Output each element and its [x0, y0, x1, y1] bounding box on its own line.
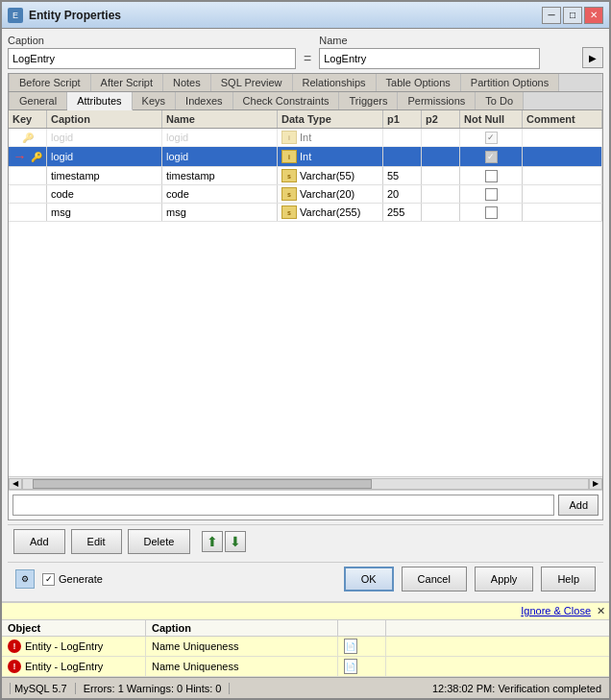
name-cell: timestamp: [162, 167, 278, 184]
notnull-checkbox[interactable]: [485, 188, 498, 201]
key-cell: 🔑: [9, 129, 47, 146]
col-key: Key: [9, 110, 47, 128]
tab-after-script[interactable]: After Script: [91, 74, 163, 91]
scroll-right-btn[interactable]: ▶: [589, 478, 602, 490]
table-body: 🔑 logid logid i Int: [9, 129, 602, 476]
notnull-checkbox[interactable]: [485, 206, 498, 219]
ok-button[interactable]: OK: [344, 567, 394, 591]
name-group: Name: [319, 35, 574, 69]
tab-check-constraints[interactable]: Check Constraints: [233, 92, 340, 109]
table-row[interactable]: 🔑 logid logid i Int: [9, 129, 602, 147]
tab-partition-options[interactable]: Partition Options: [461, 74, 559, 91]
caption-cell: msg: [47, 204, 162, 221]
equals-sign: =: [304, 51, 311, 66]
col-p1: p1: [383, 110, 422, 128]
table-row[interactable]: → 🔑 logid logid i Int: [9, 147, 602, 167]
name-input[interactable]: [319, 48, 540, 69]
tab-sql-preview[interactable]: SQL Preview: [211, 74, 293, 91]
actions-row: Add Edit Delete ⬆ ⬇: [8, 524, 603, 558]
col-caption: Caption: [47, 110, 162, 128]
error-icon: !: [8, 640, 21, 653]
error-object-cell: ! Entity - LogEntry: [2, 637, 146, 656]
tab-permissions[interactable]: Permissions: [398, 92, 476, 109]
page-icon: 📄: [344, 659, 357, 674]
type-icon: s: [281, 169, 297, 182]
p2-cell: [422, 129, 460, 146]
datatype-cell: i Int: [278, 129, 383, 146]
scroll-left-btn[interactable]: ◀: [9, 478, 22, 490]
row-arrow: →: [13, 149, 27, 164]
error-caption-cell: Name Uniqueness: [146, 657, 338, 676]
tab-keys[interactable]: Keys: [133, 92, 176, 109]
tab-before-script[interactable]: Before Script: [9, 74, 91, 91]
caption-group: Caption: [8, 35, 296, 69]
notnull-checkbox[interactable]: [485, 170, 498, 182]
add-button[interactable]: Add: [13, 529, 65, 554]
error-table-header: Object Caption: [2, 620, 609, 637]
tab-relationships[interactable]: Relationships: [293, 74, 377, 91]
table-row[interactable]: code code s Varchar(20) 20: [9, 185, 602, 204]
error-table: Object Caption ! Entity - LogEntry Name …: [2, 620, 609, 677]
p1-cell: [383, 147, 422, 166]
comment-cell: [523, 185, 602, 203]
key-cell: [9, 204, 47, 221]
key-icon: 🔑: [31, 151, 42, 162]
notnull-cell: [460, 167, 523, 184]
status-bar: MySQL 5.7 Errors: 1 Warnings: 0 Hints: 0…: [2, 677, 609, 698]
error-row[interactable]: ! Entity - LogEntry Name Uniqueness 📄: [2, 657, 609, 677]
comment-cell: [523, 129, 602, 146]
tab-indexes[interactable]: Indexes: [176, 92, 233, 109]
help-button[interactable]: Help: [541, 567, 596, 591]
edit-button[interactable]: Edit: [71, 529, 122, 554]
horizontal-scrollbar[interactable]: [22, 478, 589, 490]
cancel-button[interactable]: Cancel: [402, 567, 467, 591]
move-up-button[interactable]: ⬆: [202, 531, 223, 552]
caption-input[interactable]: [8, 48, 296, 69]
tab-notes[interactable]: Notes: [163, 74, 211, 91]
error-close-button[interactable]: ✕: [597, 605, 605, 617]
tab-table-options[interactable]: Table Options: [377, 74, 461, 91]
notnull-checkbox[interactable]: [485, 132, 498, 144]
tab-todo[interactable]: To Do: [476, 92, 524, 109]
delete-button[interactable]: Delete: [128, 529, 191, 554]
error-row[interactable]: ! Entity - LogEntry Name Uniqueness 📄: [2, 637, 609, 657]
move-down-button[interactable]: ⬇: [225, 531, 246, 552]
p1-cell: 20: [383, 185, 422, 203]
maximize-button[interactable]: □: [563, 7, 582, 24]
add-input-row: Add: [9, 490, 602, 519]
new-attribute-input[interactable]: [12, 495, 554, 516]
error-object-cell: ! Entity - LogEntry: [2, 657, 146, 676]
notnull-checkbox[interactable]: [485, 151, 498, 163]
caption-cell: logid: [47, 147, 162, 166]
inline-add-button[interactable]: Add: [558, 495, 599, 516]
col-datatype: Data Type: [278, 110, 383, 128]
notnull-cell: [460, 185, 523, 203]
tab-general[interactable]: General: [9, 92, 67, 109]
title-bar-buttons: ─ □ ✕: [542, 7, 603, 24]
p1-cell: 55: [383, 167, 422, 184]
tab-row-2: General Attributes Keys Indexes Check Co…: [9, 92, 602, 110]
p2-cell: [422, 167, 460, 184]
close-button[interactable]: ✕: [584, 7, 603, 24]
generate-label[interactable]: Generate: [42, 573, 103, 586]
table-row[interactable]: msg msg s Varchar(255) 255: [9, 204, 602, 222]
table-row[interactable]: timestamp timestamp s Varchar(55) 55: [9, 167, 602, 185]
gen-icon[interactable]: ⚙: [15, 569, 35, 589]
nav-icon[interactable]: ▶: [582, 47, 603, 68]
comment-cell: [523, 167, 602, 184]
title-bar: E Entity Properties ─ □ ✕: [2, 2, 609, 29]
scrollbar-area: ◀ ▶: [9, 476, 602, 490]
name-cell: code: [162, 185, 278, 203]
generate-checkbox[interactable]: [42, 573, 55, 586]
comment-cell: [523, 204, 602, 221]
type-icon: s: [281, 205, 297, 219]
tab-triggers[interactable]: Triggers: [339, 92, 398, 109]
p2-cell: [422, 147, 460, 166]
caption-cell: logid: [47, 129, 162, 146]
apply-button[interactable]: Apply: [475, 567, 534, 591]
ignore-close-link[interactable]: Ignore & Close: [521, 605, 591, 617]
minimize-button[interactable]: ─: [542, 7, 561, 24]
datatype-cell: s Varchar(20): [278, 185, 383, 203]
error-icon: !: [8, 660, 21, 673]
tab-attributes[interactable]: Attributes: [67, 92, 132, 110]
